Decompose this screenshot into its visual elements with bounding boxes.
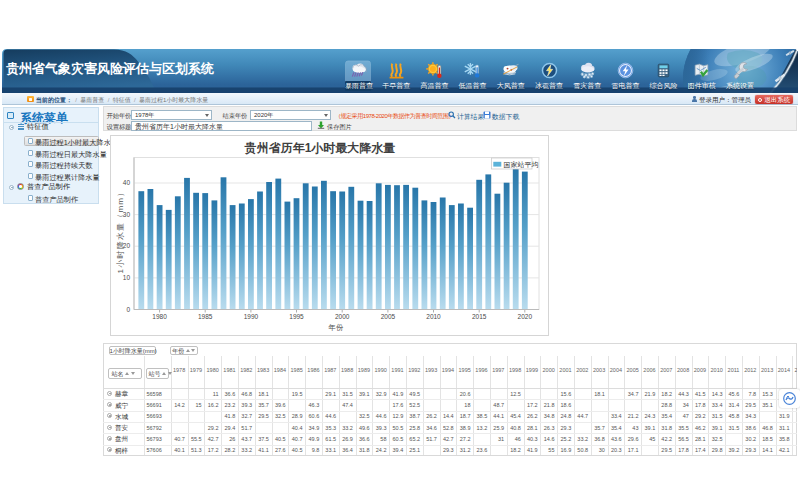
svg-text:1985: 1985 bbox=[197, 313, 212, 320]
svg-text:1980: 1980 bbox=[152, 313, 167, 320]
svg-text:贵州省气象灾害风险评估与区划系统: 贵州省气象灾害风险评估与区划系统 bbox=[6, 61, 214, 76]
svg-text:0: 0 bbox=[126, 305, 130, 312]
svg-text:2005: 2005 bbox=[380, 313, 395, 320]
svg-text:1995: 1995 bbox=[289, 313, 304, 320]
svg-text:年份: 年份 bbox=[327, 322, 344, 331]
svg-text:2010: 2010 bbox=[426, 313, 441, 320]
svg-text:2015: 2015 bbox=[471, 313, 486, 320]
svg-text:10: 10 bbox=[122, 274, 130, 281]
svg-text:1990: 1990 bbox=[243, 313, 258, 320]
svg-text:国家站平均: 国家站平均 bbox=[503, 161, 538, 169]
svg-text:2020: 2020 bbox=[517, 313, 532, 320]
svg-text:2000: 2000 bbox=[334, 313, 349, 320]
svg-text:1小时降水量（mm）: 1小时降水量（mm） bbox=[115, 187, 124, 273]
svg-text:40: 40 bbox=[122, 179, 130, 186]
